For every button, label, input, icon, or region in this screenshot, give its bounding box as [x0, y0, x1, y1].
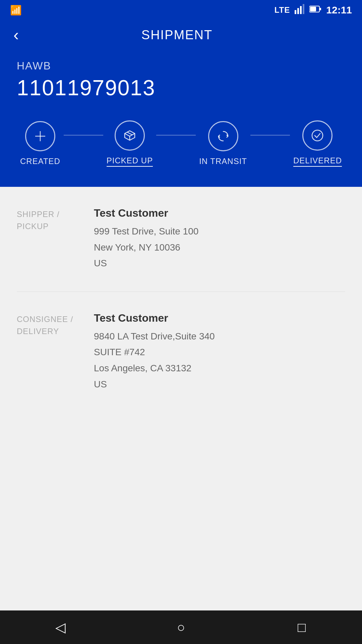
step-picked-up: PICKED UP: [107, 120, 153, 167]
signal-icon: [295, 4, 305, 16]
in-transit-label: IN TRANSIT: [199, 157, 247, 166]
shipper-address: 999 Test Drive, Suite 100New York, NY 10…: [94, 223, 345, 271]
svg-rect-6: [320, 8, 321, 10]
consignee-address: 9840 LA Test Drive,Suite 340SUITE #742Lo…: [94, 328, 345, 392]
svg-rect-5: [310, 7, 316, 11]
bottom-nav: ◁ ○ □: [0, 610, 362, 644]
progress-tracker: CREATED PICKED UP: [17, 120, 345, 167]
line-1: [64, 135, 103, 136]
consignee-row: CONSIGNEE /DELIVERY Test Customer 9840 L…: [17, 312, 345, 392]
consignee-label: CONSIGNEE /DELIVERY: [17, 312, 94, 337]
picked-up-label: PICKED UP: [107, 156, 153, 167]
created-icon: [25, 121, 55, 151]
status-bar: 📶 LTE 12:11: [0, 0, 362, 20]
content-section: SHIPPER /PICKUP Test Customer 999 Test D…: [0, 187, 362, 610]
created-label: CREATED: [20, 157, 60, 166]
delivered-label: DELIVERED: [293, 156, 342, 167]
svg-rect-3: [303, 4, 304, 14]
line-3: [250, 135, 290, 136]
header: ‹ SHIPMENT: [0, 20, 362, 43]
back-nav-button[interactable]: ◁: [47, 614, 74, 641]
status-bar-right: LTE 12:11: [275, 4, 352, 16]
status-bar-left: 📶: [10, 5, 22, 16]
sim-icon: 📶: [10, 5, 22, 16]
svg-rect-0: [295, 10, 296, 14]
home-nav-button[interactable]: ○: [168, 614, 194, 641]
in-transit-icon: [208, 121, 238, 151]
step-in-transit: IN TRANSIT: [199, 121, 247, 166]
divider: [17, 291, 345, 292]
picked-up-icon: [115, 120, 145, 151]
step-created: CREATED: [20, 121, 60, 166]
delivered-icon: [302, 120, 333, 151]
shipper-label: SHIPPER /PICKUP: [17, 207, 94, 232]
line-2: [156, 135, 196, 136]
consignee-name: Test Customer: [94, 312, 345, 324]
back-button[interactable]: ‹: [13, 27, 19, 43]
status-time: 12:11: [326, 4, 352, 16]
shipper-content: Test Customer 999 Test Drive, Suite 100N…: [94, 207, 345, 271]
hawb-label: HAWB: [17, 60, 345, 72]
step-delivered: DELIVERED: [293, 120, 342, 167]
svg-rect-1: [297, 8, 299, 14]
shipper-name: Test Customer: [94, 207, 345, 219]
lte-label: LTE: [275, 5, 290, 15]
consignee-content: Test Customer 9840 LA Test Drive,Suite 3…: [94, 312, 345, 392]
page-title: SHIPMENT: [25, 28, 328, 42]
hero-section: HAWB 11011979013 CREATED: [0, 43, 362, 187]
recents-nav-button[interactable]: □: [288, 614, 315, 641]
svg-rect-2: [300, 6, 302, 14]
shipper-row: SHIPPER /PICKUP Test Customer 999 Test D…: [17, 207, 345, 271]
svg-point-10: [312, 130, 323, 141]
battery-icon: [309, 5, 321, 16]
hawb-number: 11011979013: [17, 75, 345, 100]
